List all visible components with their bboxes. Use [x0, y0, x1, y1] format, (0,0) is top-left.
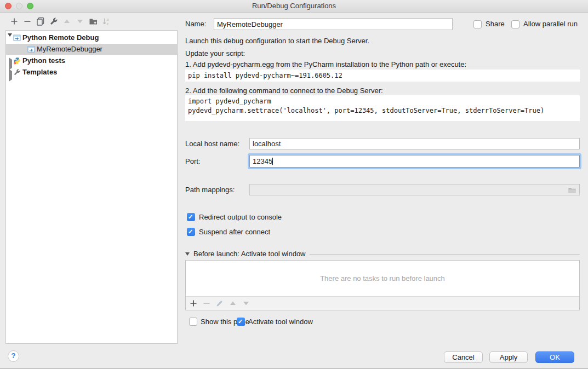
redirect-output-label: Redirect output to console: [199, 213, 282, 222]
step1-text: 1. Add pydevd-pycharm.egg from the PyCha…: [185, 60, 466, 69]
window-title: Run/Debug Configurations: [0, 0, 588, 12]
before-launch-title: Before launch: Activate tool window: [193, 250, 306, 258]
settrace-code-block: import pydevd_pycharm pydevd_pycharm.set…: [185, 95, 580, 121]
name-label: Name:: [185, 18, 206, 30]
no-tasks-text: There are no tasks to run before launch: [186, 261, 579, 296]
add-task-icon[interactable]: [189, 299, 198, 308]
tree-item-label: Python Remote Debug: [22, 32, 99, 43]
collapse-triangle-icon[interactable]: [185, 252, 190, 256]
svg-text:z: z: [107, 22, 109, 26]
remove-task-icon: [202, 299, 211, 308]
run-debug-configurations-dialog: Run/Debug Configurations az Python Remot…: [0, 0, 588, 369]
pip-command-code: pip install pydevd-pycharm~=191.6605.12: [185, 70, 580, 82]
remove-configuration-icon[interactable]: [23, 17, 32, 26]
redirect-output-checkbox[interactable]: [187, 213, 195, 221]
port-label: Port:: [185, 155, 200, 167]
browse-folder-icon[interactable]: [568, 186, 576, 194]
apply-button[interactable]: Apply: [489, 351, 528, 363]
tree-item-myremotedebugger[interactable]: MyRemoteDebugger: [6, 44, 177, 55]
close-window-icon[interactable]: [5, 3, 12, 9]
sort-alphabetically-icon: az: [102, 17, 111, 26]
section-divider: [310, 254, 580, 255]
ok-button[interactable]: OK: [535, 351, 574, 363]
copy-configuration-icon[interactable]: [36, 17, 45, 26]
tree-item-label: Templates: [22, 67, 57, 78]
titlebar: Run/Debug Configurations: [0, 0, 588, 13]
move-up-icon: [62, 17, 71, 26]
name-input[interactable]: [214, 18, 453, 30]
update-script-text: Update your script:: [185, 49, 245, 58]
move-task-up-icon: [229, 299, 237, 308]
help-button[interactable]: ?: [8, 350, 19, 362]
allow-parallel-run-checkbox[interactable]: [511, 20, 520, 28]
move-task-down-icon: [242, 299, 250, 308]
remote-debug-config-icon: [13, 34, 21, 42]
tree-item-python-remote-debug[interactable]: Python Remote Debug: [6, 32, 177, 43]
cancel-button[interactable]: Cancel: [444, 351, 483, 363]
local-host-label: Local host name:: [185, 138, 239, 149]
local-host-input[interactable]: [249, 138, 580, 149]
share-checkbox[interactable]: [473, 20, 482, 28]
edit-task-pencil-icon: [215, 299, 224, 308]
new-folder-icon[interactable]: [89, 17, 98, 26]
tasks-toolbar: [186, 296, 579, 310]
expander-expanded-icon[interactable]: [8, 36, 13, 41]
suspend-after-connect-label: Suspend after connect: [199, 228, 270, 237]
text-caret: [272, 158, 273, 165]
minimize-window-icon: [16, 3, 22, 9]
activate-tool-window-label: Activate tool window: [248, 318, 313, 326]
tree-item-label: MyRemoteDebugger: [37, 44, 102, 55]
allow-parallel-run-label: Allow parallel run: [523, 18, 578, 30]
intro-text: Launch this debug configuration to start…: [185, 37, 369, 45]
configurations-toolbar: az: [10, 17, 111, 26]
configurations-tree: Python Remote Debug MyRemoteDebugger Pyt…: [5, 30, 178, 344]
move-down-icon: [76, 17, 84, 26]
python-tests-icon: [13, 57, 21, 65]
remote-debug-config-icon: [27, 45, 35, 53]
activate-tool-window-checkbox[interactable]: [237, 318, 245, 326]
port-input[interactable]: 12345: [249, 155, 580, 168]
suspend-after-connect-checkbox[interactable]: [187, 228, 195, 236]
code-line-settrace: pydevd_pycharm.settrace('localhost', por…: [188, 106, 577, 116]
expander-collapsed-icon[interactable]: [8, 59, 13, 64]
show-this-page-checkbox[interactable]: [189, 318, 197, 326]
add-configuration-icon[interactable]: [10, 17, 19, 26]
share-label: Share: [486, 18, 505, 30]
zoom-window-icon[interactable]: [27, 3, 33, 9]
tree-item-python-tests[interactable]: Python tests: [6, 55, 177, 66]
path-mappings-input[interactable]: [249, 184, 580, 195]
step2-text: 2. Add the following command to connect …: [185, 87, 383, 95]
before-launch-header[interactable]: Before launch: Activate tool window: [185, 250, 580, 258]
svg-text:a: a: [107, 18, 109, 21]
tree-item-label: Python tests: [22, 55, 65, 66]
path-mappings-label: Path mappings:: [185, 184, 235, 195]
templates-wrench-icon: [13, 68, 21, 76]
edit-defaults-wrench-icon[interactable]: [49, 17, 58, 26]
tree-item-templates[interactable]: Templates: [6, 67, 177, 78]
before-launch-tasks-box: There are no tasks to run before launch: [185, 260, 580, 310]
expander-collapsed-icon[interactable]: [8, 70, 13, 76]
code-line-import: import pydevd_pycharm: [188, 97, 577, 106]
